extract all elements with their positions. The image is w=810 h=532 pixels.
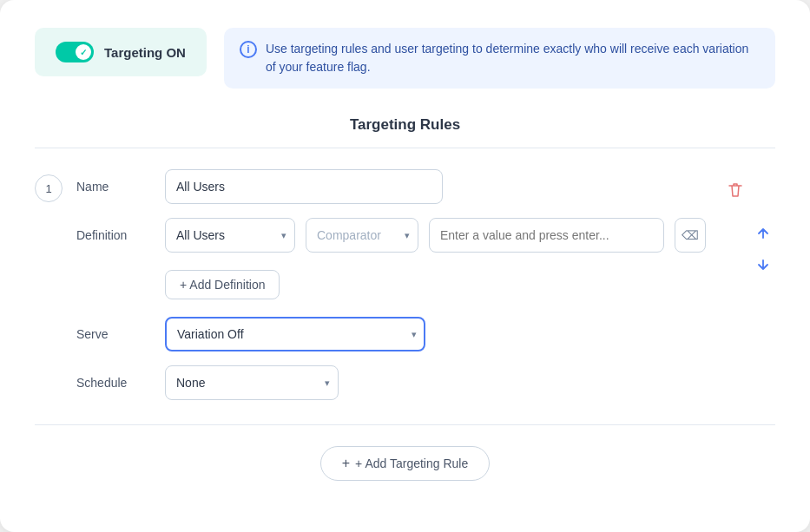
rule-content: Name Definition All Users ▾ Comparator <box>76 169 706 400</box>
info-box: i Use targeting rules and user targeting… <box>224 28 775 89</box>
delete-button[interactable] <box>720 174 751 206</box>
info-icon: i <box>240 41 257 58</box>
clear-button[interactable]: ⌫ <box>675 218 706 253</box>
name-label: Name <box>76 180 155 194</box>
name-row: Name <box>76 169 706 204</box>
arrows-column <box>751 169 775 277</box>
schedule-select-wrap: None ▾ <box>165 365 339 400</box>
rule-outer-row: 1 Name Definition All Users ▾ <box>35 169 775 400</box>
serve-row: Serve Variation Off ▾ <box>76 317 706 351</box>
definition-row: Definition All Users ▾ Comparator ▾ <box>76 218 706 253</box>
move-down-button[interactable] <box>751 253 775 277</box>
check-icon: ✓ <box>80 48 87 57</box>
schedule-select[interactable]: None <box>165 365 339 400</box>
add-definition-row: + Add Definition <box>76 266 706 299</box>
comparator-select[interactable]: Comparator <box>306 218 418 253</box>
plus-icon: + <box>342 456 350 471</box>
add-rule-label: + Add Targeting Rule <box>355 456 468 470</box>
toggle-knob: ✓ <box>76 44 91 60</box>
schedule-label: Schedule <box>76 376 155 390</box>
definition-label: Definition <box>76 228 155 242</box>
serve-select-wrap: Variation Off ▾ <box>165 317 425 351</box>
targeting-toggle[interactable]: ✓ <box>56 42 94 62</box>
schedule-row: Schedule None ▾ <box>76 365 706 400</box>
serve-label: Serve <box>76 327 155 341</box>
targeting-toggle-box: ✓ Targeting ON <box>35 28 207 76</box>
move-up-button[interactable] <box>751 221 775 246</box>
section-title: Targeting Rules <box>35 116 775 148</box>
targeting-label: Targeting ON <box>104 45 186 60</box>
trash-icon <box>727 181 744 199</box>
bottom-bar: + + Add Targeting Rule <box>35 424 775 481</box>
rule-delete-area <box>720 174 751 206</box>
arrow-up-icon <box>754 225 772 242</box>
arrow-down-icon <box>754 256 772 273</box>
name-input[interactable] <box>165 169 443 204</box>
serve-select[interactable]: Variation Off <box>165 317 425 351</box>
value-input[interactable] <box>429 218 664 253</box>
comparator-select-wrap: Comparator ▾ <box>306 218 418 253</box>
top-bar: ✓ Targeting ON i Use targeting rules and… <box>35 28 775 89</box>
main-card: ✓ Targeting ON i Use targeting rules and… <box>0 0 810 532</box>
definition-select-wrap: All Users ▾ <box>165 218 295 253</box>
add-definition-button[interactable]: + Add Definition <box>165 270 280 299</box>
rule-block: 1 Name Definition All Users ▾ <box>35 169 751 400</box>
rule-number: 1 <box>35 174 63 202</box>
info-text: Use targeting rules and user targeting t… <box>266 40 760 76</box>
clear-icon: ⌫ <box>682 228 699 242</box>
add-targeting-rule-button[interactable]: + + Add Targeting Rule <box>320 446 490 481</box>
definition-select[interactable]: All Users <box>165 218 295 253</box>
